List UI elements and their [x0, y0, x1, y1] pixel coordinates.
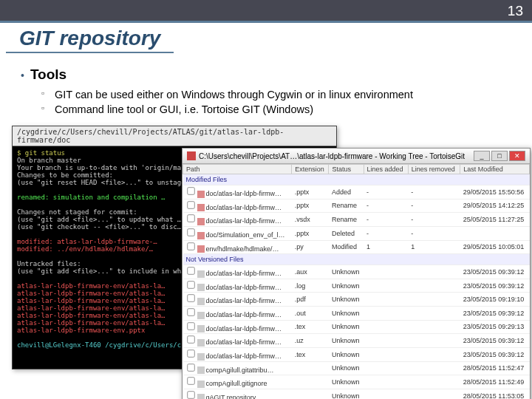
table-body: Modified Filesdoc/atlas-lar-ldpb-firmw….…: [183, 174, 530, 400]
table-row[interactable]: doc/atlas-lar-ldpb-firmw….vsdxRename--25…: [183, 213, 530, 227]
bullet-dot-icon: •: [21, 69, 24, 81]
close-button[interactable]: ✕: [509, 151, 525, 161]
table-row[interactable]: doc/atlas-lar-ldpb-firmw….pdfUnknown23/0…: [183, 293, 530, 307]
content-area: • Tools GIT can be used either on Window…: [0, 53, 532, 128]
file-table: PathExtensionStatusLines addedLines remo…: [183, 164, 530, 399]
table-row[interactable]: doc/atlas-lar-ldpb-firmw….logUnknown23/0…: [183, 279, 530, 293]
table-row[interactable]: doc/atlas-lar-ldpb-firmw….pptxAdded--29/…: [183, 185, 530, 200]
table-row[interactable]: compAgilull.gitattribu…Unknown28/05/2015…: [183, 361, 530, 375]
slide-title: GIT repository: [6, 21, 174, 53]
app-icon: [187, 151, 196, 160]
window-buttons: _ □ ✕: [474, 151, 525, 161]
table-row[interactable]: doc/atlas-lar-ldpb-firmw….texUnknown23/0…: [183, 347, 530, 361]
window-titlebar: C:\Users\chevill\Projects\AT…\atlas-lar-…: [183, 149, 530, 164]
table-header-row: PathExtensionStatusLines addedLines remo…: [183, 165, 530, 174]
table-row[interactable]: gAGIT repositoryUnknown28/05/2015 11:53:…: [183, 389, 530, 399]
table-row[interactable]: doc/atlas-lar-ldpb-firmw….outUnknown23/0…: [183, 307, 530, 321]
bullet-item: Command line tool or GUI, i.e. Tortoise …: [41, 102, 511, 117]
maximize-button[interactable]: □: [491, 151, 508, 161]
section-heading: Tools: [30, 66, 66, 83]
tortoisegit-window: C:\Users\chevill\Projects\AT…\atlas-lar-…: [182, 148, 531, 399]
terminal-titlebar: /cygdrive/c/Users/chevill/Projects/ATLAS…: [13, 126, 336, 146]
table-row[interactable]: doc/Simulation_env_of_l….pptxDeleted--: [183, 226, 530, 240]
table-row[interactable]: compAgilull.gitignoreUnknown28/05/2015 1…: [183, 375, 530, 389]
bullet-item: GIT can be used either on Windows throug…: [41, 87, 511, 102]
title-wrap: GIT repository: [0, 21, 532, 53]
table-row[interactable]: doc/atlas-lar-ldpb-firmw….pptxRename--29…: [183, 199, 530, 213]
screenshots-area: /cygdrive/c/Users/chevill/Projects/ATLAS…: [12, 126, 526, 396]
section-bullet: • Tools: [21, 66, 511, 83]
table-row[interactable]: doc/atlas-lar-ldpb-firmw….uzUnknown23/05…: [183, 334, 530, 348]
table-row[interactable]: doc/atlas-lar-ldpb-firmw….texUnknown23/0…: [183, 320, 530, 334]
table-row[interactable]: env/hdlmake/hdlmake/….pyModified1129/05/…: [183, 240, 530, 254]
slide-header-bar: 13: [0, 0, 532, 21]
page-number: 13: [508, 3, 523, 19]
table-row[interactable]: doc/atlas-lar-ldpb-firmw….auxUnknown23/0…: [183, 265, 530, 279]
window-title: C:\Users\chevill\Projects\AT…\atlas-lar-…: [199, 152, 465, 160]
minimize-button[interactable]: _: [474, 151, 490, 161]
sub-bullets: GIT can be used either on Windows throug…: [21, 87, 511, 117]
